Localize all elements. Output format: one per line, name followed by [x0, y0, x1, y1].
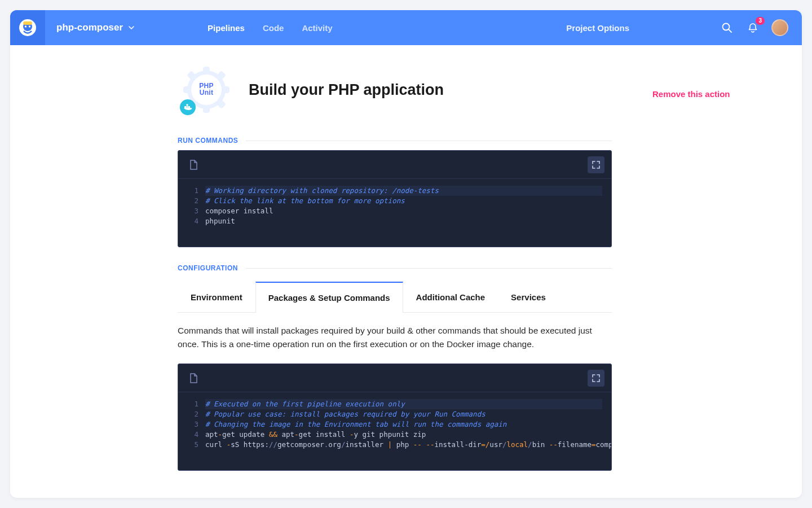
editor-expand-button[interactable]: [588, 156, 604, 173]
project-name: php-composer: [56, 22, 123, 33]
editor-file-button[interactable]: [185, 370, 202, 387]
section-label-text: CONFIGURATION: [178, 264, 238, 272]
notifications-badge: 3: [756, 17, 765, 25]
file-icon: [189, 160, 198, 170]
file-icon: [189, 373, 198, 383]
logo-line2: Unit: [199, 89, 214, 97]
search-icon: [721, 22, 732, 33]
action-logo: PHP Unit: [182, 65, 231, 114]
svg-rect-18: [187, 106, 188, 108]
search-button[interactable]: [720, 20, 734, 35]
nav-activity[interactable]: Activity: [302, 23, 332, 33]
svg-rect-8: [203, 67, 210, 75]
setup-commands-editor[interactable]: 12345# Executed on the first pipeline ex…: [178, 364, 612, 471]
main-content: PHP Unit Build your PHP application RUN …: [178, 45, 634, 498]
section-label-text: RUN COMMANDS: [178, 137, 238, 144]
main-nav: Pipelines Code Activity: [208, 23, 333, 33]
section-configuration: CONFIGURATION: [178, 264, 612, 278]
svg-rect-9: [203, 105, 210, 113]
docker-badge: [180, 99, 196, 115]
nav-code[interactable]: Code: [263, 23, 284, 33]
tab-description: Commands that will install packages requ…: [178, 313, 612, 364]
config-tabs: Environment Packages & Setup Commands Ad…: [178, 281, 612, 313]
side-column: Remove this action: [634, 45, 730, 498]
tab-environment[interactable]: Environment: [178, 282, 255, 313]
svg-rect-2: [23, 21, 32, 25]
page-title: Build your PHP application: [249, 81, 444, 99]
project-selector[interactable]: php-composer: [45, 22, 145, 33]
tab-cache[interactable]: Additional Cache: [403, 282, 498, 313]
chevron-down-icon: [129, 26, 134, 29]
tab-packages[interactable]: Packages & Setup Commands: [255, 282, 403, 313]
expand-icon: [592, 374, 601, 383]
svg-line-6: [729, 29, 731, 32]
project-options[interactable]: Project Options: [566, 23, 629, 33]
tab-services[interactable]: Services: [498, 282, 559, 313]
nav-pipelines[interactable]: Pipelines: [208, 23, 245, 33]
section-run-commands: RUN COMMANDS: [178, 137, 612, 150]
expand-icon: [592, 160, 601, 169]
svg-rect-19: [188, 106, 190, 108]
remove-action-link[interactable]: Remove this action: [652, 89, 730, 99]
svg-rect-10: [183, 86, 191, 93]
svg-point-4: [29, 25, 30, 27]
user-avatar[interactable]: [771, 19, 788, 36]
notifications-button[interactable]: 3: [745, 20, 760, 35]
editor-expand-button[interactable]: [588, 370, 604, 387]
home-logo[interactable]: [10, 10, 45, 45]
app-header: php-composer Pipelines Code Activity Pro…: [10, 10, 802, 45]
run-commands-editor[interactable]: 1234# Working directory with cloned repo…: [178, 150, 612, 247]
svg-rect-11: [222, 86, 230, 93]
buddy-logo-icon: [18, 18, 37, 37]
svg-rect-17: [184, 106, 186, 108]
editor-file-button[interactable]: [185, 156, 202, 173]
svg-point-3: [25, 25, 27, 27]
svg-rect-20: [187, 104, 188, 106]
docker-icon: [183, 104, 192, 111]
